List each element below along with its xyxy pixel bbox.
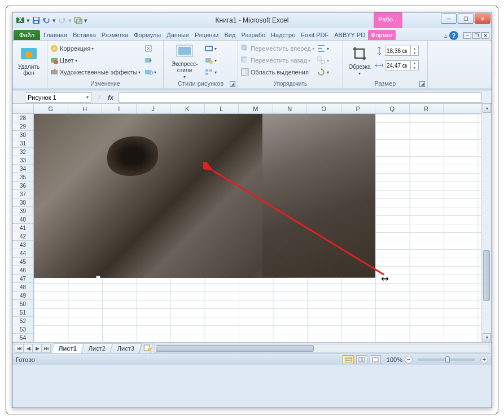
col-header[interactable]: H <box>68 104 103 113</box>
col-header[interactable]: Q <box>375 104 410 113</box>
qat-more-icon[interactable]: ▾ <box>84 17 88 24</box>
file-tab[interactable]: Файл <box>14 30 40 40</box>
send-backward-button[interactable]: Переместить назад▾ <box>240 55 314 66</box>
crop-button[interactable]: Обрезка ▾ <box>345 42 374 79</box>
tab-home[interactable]: Главная <box>41 30 70 40</box>
artistic-effects-button[interactable]: Художественные эффекты▾ <box>50 67 141 78</box>
view-normal-button[interactable] <box>343 355 354 364</box>
row-header[interactable]: 49 <box>12 291 33 300</box>
row-header[interactable]: 29 <box>12 122 33 131</box>
row-header[interactable]: 35 <box>12 173 33 182</box>
tab-nav-prev[interactable]: ◀ <box>24 344 33 353</box>
color-button[interactable]: Цвет▾ <box>50 55 141 66</box>
col-header[interactable]: L <box>205 104 239 113</box>
new-sheet-button[interactable] <box>139 343 153 354</box>
save-icon[interactable] <box>32 16 41 25</box>
rotate-button[interactable]: ▾ <box>317 67 329 78</box>
col-header[interactable]: N <box>273 104 308 113</box>
row-header[interactable]: 42 <box>12 232 33 241</box>
row-header[interactable]: 54 <box>12 334 33 342</box>
row-header[interactable]: 43 <box>12 241 33 249</box>
namebox-dropdown-icon[interactable]: ▾ <box>86 95 89 100</box>
resize-handle-bottom[interactable] <box>96 276 100 278</box>
cells-area[interactable]: ⤡ <box>34 114 481 342</box>
row-header[interactable]: 34 <box>12 165 33 173</box>
row-header[interactable]: 50 <box>12 300 33 308</box>
scroll-up-button[interactable]: ▴ <box>483 104 491 113</box>
row-header[interactable]: 36 <box>12 182 33 190</box>
zoom-in-button[interactable]: + <box>480 356 488 364</box>
row-header[interactable]: 47 <box>12 275 33 283</box>
tab-nav-last[interactable]: ⏭ <box>42 344 51 353</box>
tab-review[interactable]: Рецензи <box>192 30 222 40</box>
maximize-button[interactable]: ☐ <box>458 14 474 24</box>
tab-data[interactable]: Данные <box>164 30 192 40</box>
row-header[interactable]: 40 <box>12 215 33 224</box>
tab-addins[interactable]: Надстро <box>268 30 298 40</box>
picture-layout-button[interactable]: ▾ <box>204 67 217 78</box>
height-input[interactable] <box>385 48 408 54</box>
row-header[interactable]: 31 <box>12 139 33 148</box>
col-header[interactable]: M <box>239 104 273 113</box>
row-header[interactable]: 33 <box>12 156 33 165</box>
sheet-tab-3[interactable]: Лист3 <box>110 343 142 353</box>
tab-formulas[interactable]: Формулы <box>131 30 164 40</box>
picture-border-button[interactable]: ▾ <box>204 43 217 54</box>
zoom-level[interactable]: 100% <box>387 356 402 363</box>
row-header[interactable]: 52 <box>12 317 33 325</box>
zoom-thumb[interactable] <box>445 356 450 363</box>
row-header[interactable]: 37 <box>12 190 33 198</box>
change-picture-button[interactable] <box>144 55 156 66</box>
vertical-scrollbar[interactable]: ▴ ▾ <box>481 104 492 342</box>
view-page-break-button[interactable] <box>370 355 381 364</box>
close-button[interactable]: ✕ <box>475 14 490 24</box>
row-header[interactable]: 38 <box>12 198 33 207</box>
picture-effects-button[interactable]: ▾ <box>204 55 217 66</box>
row-header[interactable]: 28 <box>12 114 33 122</box>
corrections-button[interactable]: Коррекция▾ <box>50 43 141 54</box>
embedded-picture[interactable] <box>34 114 375 278</box>
row-header[interactable]: 45 <box>12 258 33 266</box>
col-header[interactable]: O <box>307 104 341 113</box>
redo-icon[interactable] <box>58 16 67 25</box>
fx-icon[interactable]: fx <box>106 93 115 102</box>
align-button[interactable]: ▾ <box>317 43 329 54</box>
styles-launcher-icon[interactable]: ◢ <box>230 81 235 87</box>
express-styles-button[interactable]: Экспресс-стили ▾ <box>166 42 203 79</box>
compress-button[interactable] <box>144 43 156 54</box>
width-input[interactable] <box>385 63 408 69</box>
col-header[interactable]: J <box>137 104 171 113</box>
row-header[interactable]: 41 <box>12 224 33 232</box>
minimize-button[interactable]: ─ <box>441 14 457 24</box>
qat-customize-icon[interactable] <box>73 16 82 25</box>
horizontal-scrollbar[interactable] <box>154 344 489 353</box>
col-header[interactable]: I <box>102 104 137 113</box>
selection-pane-button[interactable]: Область выделения <box>240 67 314 78</box>
tab-developer[interactable]: Разрабо <box>238 30 268 40</box>
select-all-corner[interactable] <box>12 104 34 114</box>
row-header[interactable]: 32 <box>12 148 33 156</box>
tab-layout[interactable]: Разметка <box>99 30 132 40</box>
ribbon-minimize-icon[interactable]: ▵ <box>444 32 448 39</box>
name-box[interactable]: Рисунок 1▾ <box>25 92 91 103</box>
row-header[interactable]: 48 <box>12 283 33 291</box>
tab-view[interactable]: Вид <box>222 30 239 40</box>
sheet-tab-2[interactable]: Лист2 <box>81 343 113 353</box>
reset-picture-button[interactable]: ▾ <box>144 67 156 78</box>
tab-format[interactable]: Формат <box>368 30 396 40</box>
help-icon[interactable]: ? <box>449 31 458 40</box>
hscroll-thumb[interactable] <box>156 345 314 352</box>
excel-icon[interactable]: X <box>16 16 25 25</box>
bring-forward-button[interactable]: Переместить вперед▾ <box>240 43 314 54</box>
workbook-minimize-button[interactable]: ─ <box>463 32 471 39</box>
col-header[interactable]: K <box>170 104 205 113</box>
formula-input[interactable] <box>119 92 481 103</box>
qat-dropdown-icon[interactable]: ▾ <box>26 17 30 24</box>
row-header[interactable]: 53 <box>12 325 33 334</box>
tab-foxit[interactable]: Foxit PDF <box>298 30 331 40</box>
row-header[interactable]: 51 <box>12 308 33 317</box>
height-spinner[interactable]: ▴▾ <box>385 46 419 56</box>
col-header[interactable]: R <box>410 104 444 113</box>
tab-nav-next[interactable]: ▶ <box>33 344 42 353</box>
col-header[interactable]: P <box>341 104 376 113</box>
